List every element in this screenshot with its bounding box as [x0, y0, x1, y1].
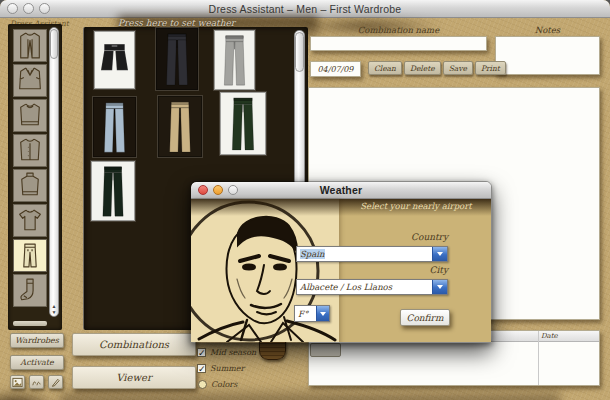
window-title: Dress Assistant – Men – First Wardrobe	[209, 3, 402, 15]
closet-item-pants-3[interactable]	[93, 97, 136, 157]
table-column-divider	[538, 331, 539, 385]
closet-item-pants-5[interactable]	[220, 92, 266, 155]
sidebar-item-sweater[interactable]	[13, 99, 47, 132]
minimize-icon[interactable]	[213, 185, 223, 195]
city-select[interactable]: Albacete / Los Llanos	[296, 279, 448, 295]
airport-prompt: Select your nearly airport	[343, 201, 489, 211]
date-field[interactable]: 04/07/09	[310, 61, 361, 77]
weather-dialog: Weather	[190, 181, 492, 343]
image-icon	[12, 377, 23, 388]
scroll-down-icon[interactable]: ▼	[52, 309, 57, 315]
combination-name-label: Combination name	[310, 25, 487, 35]
pencil-button[interactable]	[48, 375, 63, 389]
unit-value: F°	[295, 309, 316, 319]
closet-scrollbar-thumb[interactable]	[295, 32, 304, 72]
sidebar-hscrollbar[interactable]	[13, 321, 47, 326]
viewer-button-label: Viewer	[116, 372, 151, 383]
chevron-down-icon[interactable]	[432, 280, 447, 294]
checkbox-icon[interactable]: ✓	[197, 364, 206, 373]
activate-button-label: Activate	[20, 358, 53, 367]
wardrobes-button[interactable]: Wardrobes	[10, 333, 64, 348]
dialog-titlebar: Weather	[191, 182, 491, 199]
country-value: Spain	[300, 249, 325, 259]
confirm-button[interactable]: Confirm	[400, 309, 450, 326]
radio-colors[interactable]: Colors	[198, 380, 237, 389]
dress-assistant-window: Dress Assistant – Men – First Wardrobe D…	[0, 0, 610, 400]
country-select[interactable]: Spain	[296, 246, 448, 262]
combinations-button[interactable]: Combinations	[72, 333, 196, 356]
zoom-icon[interactable]	[39, 3, 50, 14]
unit-select[interactable]: F°	[294, 305, 330, 322]
checkbox-summer[interactable]: ✓ Summer	[197, 364, 244, 373]
filter-label: Colors	[211, 380, 237, 389]
city-value: Albacete / Los Llanos	[297, 282, 432, 292]
close-icon[interactable]	[198, 185, 208, 195]
sidebar-item-turtleneck[interactable]	[13, 169, 47, 202]
letters-icon	[31, 377, 42, 388]
closet-item-pants-1[interactable]	[156, 28, 198, 90]
wardrobes-button-label: Wardrobes	[15, 336, 59, 345]
image-button[interactable]	[10, 375, 25, 389]
activate-button[interactable]: Activate	[10, 355, 64, 370]
country-label: Country	[348, 232, 448, 242]
obscured-button[interactable]	[310, 343, 341, 357]
sidebar-item-coat[interactable]	[13, 29, 47, 62]
letters-button[interactable]	[29, 375, 44, 389]
closet-item-pants-2[interactable]	[214, 30, 255, 90]
save-button[interactable]: Save	[443, 61, 473, 75]
checkbox-mid-season[interactable]: ✓ Mid season	[197, 348, 256, 357]
confirm-button-label: Confirm	[407, 313, 444, 323]
filter-label: Mid season	[210, 348, 256, 357]
dialog-content: Select your nearly airport Country Spain…	[191, 199, 491, 343]
combination-actions: Clean Delete Save Print	[368, 61, 506, 75]
closet-item-pants-6[interactable]	[91, 161, 135, 221]
clean-button[interactable]: Clean	[368, 61, 402, 75]
notes-label: Notes	[495, 25, 600, 35]
chevron-down-icon[interactable]	[432, 247, 447, 261]
checkbox-icon[interactable]: ✓	[197, 348, 206, 357]
sidebar-scroll-arrows[interactable]: ▲ ▼	[50, 303, 58, 315]
window-titlebar: Dress Assistant – Men – First Wardrobe	[0, 0, 610, 18]
combinations-button-label: Combinations	[99, 339, 169, 350]
city-label: City	[348, 265, 448, 275]
table-date-header[interactable]: Date	[541, 332, 558, 340]
sidebar-item-tshirt[interactable]	[13, 204, 47, 237]
closet-item-shorts-0[interactable]	[94, 31, 135, 89]
filter-label: Summer	[210, 364, 244, 373]
sidebar-item-pants[interactable]	[13, 239, 47, 272]
sidebar-item-jacket[interactable]	[13, 64, 47, 97]
minimize-icon[interactable]	[23, 3, 34, 14]
print-button[interactable]: Print	[475, 61, 506, 75]
sidebar-scrollbar-thumb[interactable]	[50, 29, 58, 59]
sidebar-item-boot[interactable]	[13, 274, 47, 307]
delete-button[interactable]: Delete	[404, 61, 441, 75]
closet-item-pants-4[interactable]	[158, 96, 202, 157]
sidebar-item-cardigan[interactable]	[13, 134, 47, 167]
dialog-title: Weather	[320, 184, 363, 196]
viewer-button[interactable]: Viewer	[72, 366, 196, 389]
zoom-icon[interactable]	[228, 185, 238, 195]
close-icon[interactable]	[7, 3, 18, 14]
chevron-down-icon[interactable]	[316, 306, 329, 321]
radio-icon[interactable]	[198, 380, 207, 389]
category-sidebar: ▲ ▼	[8, 24, 62, 330]
notes-textarea[interactable]	[495, 36, 600, 75]
sidebar-scrollbar[interactable]: ▲ ▼	[49, 27, 59, 317]
combination-name-input[interactable]	[310, 36, 487, 51]
pencil-icon	[50, 377, 61, 388]
